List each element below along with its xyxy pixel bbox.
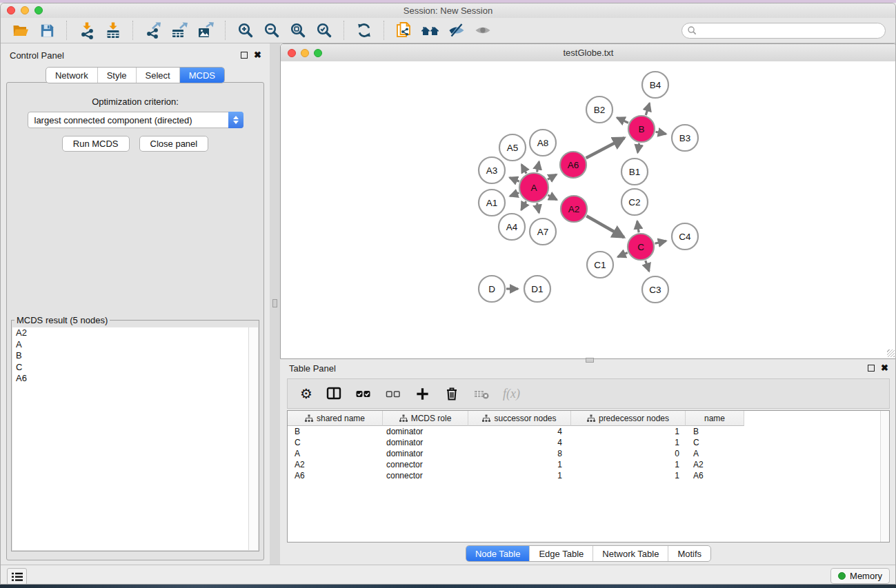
float-panel-icon[interactable] <box>241 52 248 59</box>
graph-edge-B-B2[interactable] <box>617 118 628 123</box>
graph-node-C2[interactable]: C2 <box>621 189 648 215</box>
graph-node-C[interactable]: C <box>628 234 654 260</box>
close-panel-icon[interactable]: ✖ <box>254 52 261 59</box>
tab-network-table[interactable]: Network Table <box>593 546 668 561</box>
graph-edge-B-B3[interactable] <box>656 132 666 134</box>
table-cell[interactable]: 1 <box>571 426 686 437</box>
table-cell[interactable]: 4 <box>468 426 571 437</box>
graph-node-B2[interactable]: B2 <box>586 97 613 123</box>
result-list-scrollbar[interactable] <box>248 327 258 550</box>
table-row[interactable]: A6connector11A6 <box>288 470 889 481</box>
zoom-fit-icon[interactable] <box>288 20 308 41</box>
mcds-result-item[interactable]: A2 <box>12 327 258 339</box>
table-cell[interactable]: A2 <box>686 459 744 470</box>
table-cell[interactable]: A2 <box>288 459 383 470</box>
table-cell[interactable]: 1 <box>571 437 686 448</box>
memory-button[interactable]: Memory <box>830 568 890 584</box>
run-mcds-button[interactable]: Run MCDS <box>62 136 130 152</box>
add-column-icon[interactable] <box>415 386 430 402</box>
save-session-icon[interactable] <box>37 20 57 41</box>
table-cell[interactable]: B <box>686 426 744 437</box>
graph-node-A7[interactable]: A7 <box>530 219 556 245</box>
new-network-from-selection-icon[interactable] <box>394 20 415 41</box>
graph-edge-A-A4[interactable] <box>521 201 526 210</box>
graph-edge-A6-B[interactable] <box>586 138 625 158</box>
table-cell[interactable]: C <box>288 437 383 448</box>
graph-edge-C-C2[interactable] <box>637 221 639 232</box>
zoom-selected-icon[interactable] <box>314 20 335 41</box>
criterion-dropdown[interactable]: largest connected component (directed) <box>28 112 243 128</box>
table-cell[interactable]: A6 <box>686 470 744 481</box>
table-cell[interactable]: dominator <box>383 426 468 437</box>
table-row[interactable]: Bdominator41B <box>288 426 889 437</box>
graph-node-B[interactable]: B <box>628 116 655 142</box>
graph-edge-A-A7[interactable] <box>537 203 539 213</box>
tab-network[interactable]: Network <box>46 68 98 83</box>
column-header-mcds-role[interactable]: MCDS role <box>383 411 468 426</box>
graph-node-C1[interactable]: C1 <box>587 252 613 278</box>
open-file-icon[interactable] <box>10 20 31 41</box>
graph-node-B3[interactable]: B3 <box>672 125 698 151</box>
graph-node-B1[interactable]: B1 <box>621 159 648 185</box>
graph-edge-A-A5[interactable] <box>521 165 526 174</box>
export-network-icon[interactable] <box>143 20 163 41</box>
table-settings-icon[interactable]: ⚙ <box>300 387 312 401</box>
apply-layout-icon[interactable] <box>354 20 375 41</box>
graph-node-A4[interactable]: A4 <box>499 214 525 240</box>
table-cell[interactable]: dominator <box>383 437 468 448</box>
mcds-result-item[interactable]: A <box>12 339 258 351</box>
tab-style[interactable]: Style <box>98 68 137 83</box>
graph-node-C4[interactable]: C4 <box>672 223 698 250</box>
table-cell[interactable]: connector <box>383 459 468 470</box>
graph-edge-A-A6[interactable] <box>548 174 557 179</box>
mcds-result-item[interactable]: A6 <box>12 373 258 385</box>
first-neighbors-icon[interactable] <box>420 20 441 41</box>
graph-node-A5[interactable]: A5 <box>499 134 526 161</box>
table-cell[interactable]: A6 <box>288 470 383 481</box>
table-row[interactable]: Cdominator41C <box>288 437 889 448</box>
panel-splitter-vertical[interactable] <box>270 43 280 565</box>
show-all-icon[interactable] <box>472 20 493 41</box>
network-canvas[interactable]: B4B2BB3A8A5A6A3B1AC2A1A2A4A7C4CC1C3DD1 <box>281 61 896 358</box>
export-image-icon[interactable] <box>195 20 216 41</box>
export-table-icon[interactable] <box>169 20 190 41</box>
search-field[interactable] <box>681 23 886 39</box>
tab-motifs[interactable]: Motifs <box>668 546 710 561</box>
graph-edge-A2-C[interactable] <box>586 216 624 237</box>
graph-node-C3[interactable]: C3 <box>642 276 668 303</box>
column-header-predecessor-nodes[interactable]: predecessor nodes <box>571 411 686 426</box>
tab-mcds[interactable]: MCDS <box>180 68 224 83</box>
table-cell[interactable]: 4 <box>468 437 571 448</box>
table-cell[interactable]: A <box>288 448 383 459</box>
mcds-result-list[interactable]: A2ABCA6 <box>12 327 258 550</box>
tab-edge-table[interactable]: Edge Table <box>530 546 593 561</box>
graph-edge-C-C4[interactable] <box>655 241 666 243</box>
table-scrollbar[interactable] <box>880 411 889 542</box>
table-cell[interactable]: 1 <box>571 470 686 481</box>
graph-node-D1[interactable]: D1 <box>524 276 550 302</box>
select-all-columns-icon[interactable] <box>355 385 372 402</box>
graph-node-A3[interactable]: A3 <box>479 157 505 183</box>
graph-edge-A-A3[interactable] <box>510 178 519 182</box>
graph-node-A2[interactable]: A2 <box>561 196 587 222</box>
column-header-name[interactable]: name <box>686 411 744 426</box>
close-panel-button[interactable]: Close panel <box>139 136 209 152</box>
zoom-out-icon[interactable] <box>261 20 282 41</box>
mcds-result-item[interactable]: C <box>12 362 258 374</box>
search-input[interactable] <box>697 25 873 37</box>
graph-node-B4[interactable]: B4 <box>642 72 668 98</box>
float-table-panel-icon[interactable] <box>868 365 875 372</box>
table-cell[interactable]: C <box>686 437 744 448</box>
table-cell[interactable]: 0 <box>571 448 686 459</box>
tab-select[interactable]: Select <box>137 68 180 83</box>
table-row[interactable]: Adominator80A <box>288 448 889 459</box>
import-table-icon[interactable] <box>103 20 123 41</box>
splitter-handle-horizontal[interactable] <box>586 358 594 363</box>
graph-node-A[interactable]: A <box>519 173 548 202</box>
close-table-panel-icon[interactable]: ✖ <box>881 365 888 372</box>
tab-node-table[interactable]: Node Table <box>466 546 530 561</box>
task-history-button[interactable] <box>7 568 27 585</box>
table-cell[interactable]: 8 <box>468 448 571 459</box>
mcds-result-item[interactable]: B <box>12 350 258 362</box>
splitter-handle[interactable] <box>272 299 277 307</box>
